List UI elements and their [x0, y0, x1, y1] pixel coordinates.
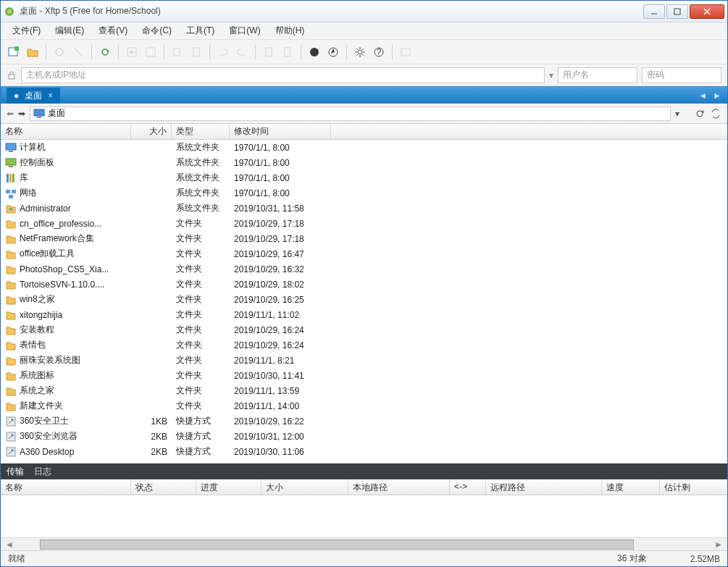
file-modified: 1970/1/1, 8:00: [230, 143, 331, 153]
svg-point-8: [56, 49, 63, 56]
file-modified: 2019/10/30, 11:06: [230, 447, 331, 457]
settings-icon[interactable]: [353, 45, 367, 59]
session-tab-desktop[interactable]: ● 桌面 ×: [7, 88, 60, 104]
menu-view[interactable]: 查看(V): [93, 23, 133, 38]
horizontal-scrollbar[interactable]: ◄ ►: [1, 537, 727, 550]
tcol-name[interactable]: 名称: [1, 479, 131, 495]
file-row[interactable]: 网络系统文件夹1970/1/1, 8:00: [1, 185, 727, 201]
file-icon: [5, 340, 17, 351]
undo-icon[interactable]: [216, 45, 230, 59]
file-row[interactable]: 表情包文件夹2019/10/29, 16:24: [1, 337, 727, 353]
scroll-right-icon[interactable]: ►: [710, 539, 727, 550]
menu-help[interactable]: 帮助(H): [269, 23, 311, 38]
file-row[interactable]: 控制面板系统文件夹1970/1/1, 8:00: [1, 155, 727, 170]
menu-tools[interactable]: 工具(T): [180, 23, 220, 38]
file-row[interactable]: NetFramework合集文件夹2019/10/29, 17:18: [1, 231, 727, 246]
file-row[interactable]: 360安全卫士1KB快捷方式2019/10/29, 16:22: [1, 413, 727, 429]
file-row[interactable]: PhotoShop_CS5_Xia...文件夹2019/10/29, 16:32: [1, 261, 727, 277]
menu-edit[interactable]: 编辑(E): [49, 23, 90, 38]
sync-icon[interactable]: [98, 45, 112, 59]
tcol-remote[interactable]: 远程路径: [486, 479, 602, 495]
globe-icon[interactable]: [307, 45, 322, 59]
maximize-button[interactable]: [666, 4, 688, 19]
toolbar: ?: [1, 40, 727, 64]
tab-log[interactable]: 日志: [34, 466, 51, 478]
paste-icon[interactable]: [189, 45, 204, 59]
file-row[interactable]: Administrator系统文件夹2019/10/31, 11:58: [1, 201, 727, 216]
svg-rect-26: [9, 151, 13, 152]
transfer-list[interactable]: [1, 495, 727, 537]
disconnect-icon[interactable]: [71, 45, 85, 59]
tcol-status[interactable]: 状态: [131, 479, 196, 495]
col-type[interactable]: 类型: [172, 124, 230, 139]
host-input[interactable]: 主机名或IP地址: [21, 67, 545, 83]
menu-file[interactable]: 文件(F): [7, 23, 46, 38]
refresh-icon[interactable]: [694, 108, 706, 119]
svg-rect-33: [12, 190, 16, 193]
window-icon[interactable]: [398, 45, 413, 59]
path-dropdown-icon[interactable]: ▾: [675, 109, 679, 119]
file-type: 系统文件夹: [172, 156, 230, 169]
col-size[interactable]: 大小: [131, 124, 172, 139]
help-icon[interactable]: ?: [372, 45, 386, 59]
file-row[interactable]: 系统图标文件夹2019/10/30, 11:41: [1, 368, 727, 383]
file-row[interactable]: 安装教程文件夹2019/10/29, 16:24: [1, 322, 727, 337]
file-row[interactable]: 系统之家文件夹2019/11/1, 13:59: [1, 383, 727, 398]
tcol-speed[interactable]: 速度: [602, 479, 660, 495]
file-modified: 2019/10/29, 17:18: [230, 234, 331, 244]
file-row[interactable]: office卸载工具文件夹2019/10/29, 16:47: [1, 246, 727, 261]
cycle-icon[interactable]: [710, 108, 721, 119]
doc2-icon[interactable]: [280, 45, 295, 59]
svg-rect-30: [9, 174, 12, 182]
minimize-button[interactable]: [643, 4, 665, 19]
titlebar[interactable]: 桌面 - Xftp 5 (Free for Home/School): [1, 1, 727, 22]
tab-next-icon[interactable]: ►: [713, 91, 721, 101]
scroll-left-icon[interactable]: ◄: [1, 539, 18, 550]
open-icon[interactable]: [25, 45, 40, 59]
compass-icon[interactable]: [326, 45, 340, 59]
file-row[interactable]: A360 Desktop2KB快捷方式2019/10/30, 11:06: [1, 444, 727, 459]
new-session-icon[interactable]: [7, 45, 21, 59]
file-list[interactable]: 计算机系统文件夹1970/1/1, 8:00控制面板系统文件夹1970/1/1,…: [1, 140, 727, 463]
tab-close-icon[interactable]: ×: [48, 91, 53, 101]
connect-icon[interactable]: [52, 45, 67, 59]
file-row[interactable]: 360安全浏览器2KB快捷方式2019/10/31, 12:00: [1, 429, 727, 444]
file-row[interactable]: 新建文件夹文件夹2019/11/1, 14:00: [1, 398, 727, 413]
svg-rect-13: [193, 48, 199, 56]
file-row[interactable]: cn_office_professio...文件夹2019/10/29, 17:…: [1, 216, 727, 231]
password-input[interactable]: 密码: [642, 67, 721, 83]
tcol-arrow[interactable]: <->: [450, 479, 486, 495]
file-row[interactable]: TortoiseSVN-1.10.0....文件夹2019/10/29, 18:…: [1, 277, 727, 292]
file-row[interactable]: 库系统文件夹1970/1/1, 8:00: [1, 170, 727, 185]
file-type: 文件夹: [172, 324, 230, 336]
file-pane: 名称 大小 类型 修改时间 计算机系统文件夹1970/1/1, 8:00控制面板…: [1, 124, 727, 463]
play-icon[interactable]: [125, 45, 139, 59]
tab-transfer[interactable]: 传输: [7, 466, 24, 478]
dropdown-icon[interactable]: ▾: [549, 70, 553, 80]
tcol-progress[interactable]: 进度: [196, 479, 262, 495]
scrollbar-thumb[interactable]: [40, 539, 634, 550]
col-name[interactable]: 名称: [1, 124, 131, 139]
back-icon[interactable]: ⬅: [7, 109, 14, 119]
menu-command[interactable]: 命令(C): [136, 23, 177, 38]
path-input[interactable]: 桌面: [30, 106, 671, 121]
stop-icon[interactable]: [143, 45, 158, 59]
file-row[interactable]: 计算机系统文件夹1970/1/1, 8:00: [1, 140, 727, 155]
forward-icon[interactable]: ➡: [18, 109, 25, 119]
file-row[interactable]: 丽珠安装系统图文件夹2019/11/1, 8:21: [1, 353, 727, 368]
svg-rect-23: [34, 109, 44, 116]
close-button[interactable]: [690, 4, 724, 19]
col-modified[interactable]: 修改时间: [230, 124, 331, 139]
tcol-size[interactable]: 大小: [262, 479, 348, 495]
redo-icon[interactable]: [235, 45, 249, 59]
file-row[interactable]: win8之家文件夹2019/10/29, 16:25: [1, 292, 727, 307]
copy-icon[interactable]: [170, 45, 185, 59]
username-input[interactable]: 用户名: [558, 67, 637, 83]
tcol-local[interactable]: 本地路径: [348, 479, 450, 495]
tcol-eta[interactable]: 估计剩: [660, 479, 727, 495]
doc1-icon[interactable]: [262, 45, 276, 59]
svg-rect-15: [285, 48, 290, 56]
tab-prev-icon[interactable]: ◄: [698, 91, 707, 101]
menu-window[interactable]: 窗口(W): [223, 23, 266, 38]
file-row[interactable]: xitongzhijia文件夹2019/11/1, 11:02: [1, 307, 727, 322]
